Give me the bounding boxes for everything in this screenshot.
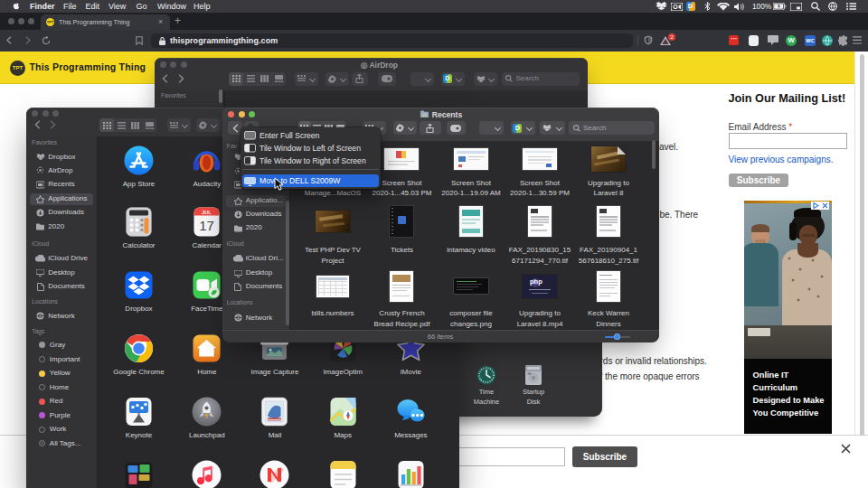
svg-text:17: 17 [199,218,214,233]
svg-text:JUL: JUL [203,210,212,215]
